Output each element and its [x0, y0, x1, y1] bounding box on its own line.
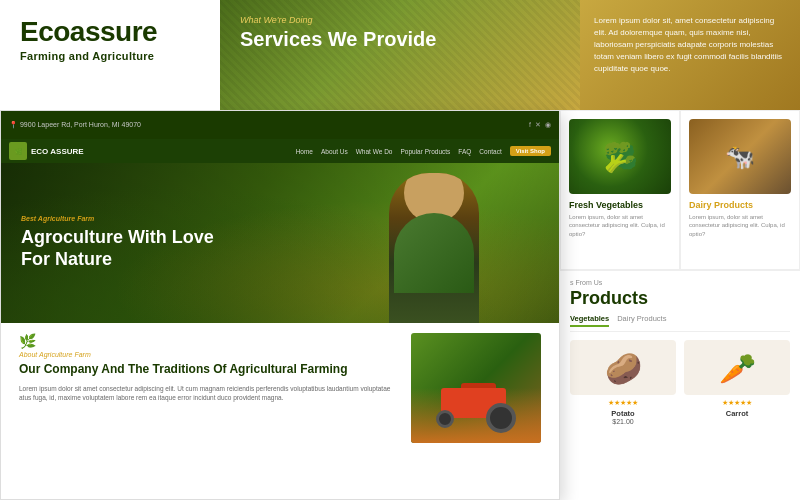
mockup-navbar: 📍 9900 Lapeer Rd, Port Huron, MI 49070 f… [1, 111, 559, 139]
products-small-label: s From Us [570, 279, 790, 286]
carrot-image [684, 340, 790, 395]
services-desc-text: Lorem ipsum dolor sit, amet consectetur … [594, 15, 786, 75]
instagram-icon[interactable]: ◉ [545, 121, 551, 129]
mockup-nav-secondary: 🌿 ECO ASSURE Home About Us What We Do Po… [1, 139, 559, 163]
twitter-icon[interactable]: ✕ [535, 121, 541, 129]
about-text: Lorem ipsum dolor sit amet consectetur a… [19, 384, 396, 404]
products-tabs: Vegetables Dairy Products [570, 314, 790, 332]
about-title: Our Company And The Traditions Of Agricu… [19, 362, 396, 378]
potato-price: $21.00 [570, 418, 676, 425]
mockup-logo-icon: 🌿 [9, 142, 27, 160]
facebook-icon[interactable]: f [529, 121, 531, 129]
mockup-logo-text: ECO ASSURE [31, 147, 84, 156]
about-tractor-image [411, 333, 541, 443]
hero-title: Agroculture With Love For Nature [21, 227, 241, 270]
tractor-illustration [431, 383, 521, 433]
nav-home[interactable]: Home [296, 148, 313, 155]
vegetables-image [569, 119, 671, 194]
tab-vegetables[interactable]: Vegetables [570, 314, 609, 327]
nav-contact[interactable]: Contact [479, 148, 501, 155]
location-icon: 📍 [9, 121, 18, 128]
brand-area: Ecoassure Farming and Agriculture [0, 0, 220, 110]
hero-farmer-figure [389, 173, 479, 323]
dairy-card: Dairy Products Lorem ipsum, dolor sit am… [680, 110, 800, 270]
nav-faq[interactable]: FAQ [458, 148, 471, 155]
nav-about[interactable]: About Us [321, 148, 348, 155]
vegetables-card: Fresh Vegetables Lorem ipsum, dolor sit … [560, 110, 680, 270]
nav-what[interactable]: What We Do [356, 148, 393, 155]
about-small-label: About Agriculture Farm [19, 351, 396, 358]
visit-shop-button[interactable]: Visit Shop [510, 146, 551, 156]
brand-name: Ecoassure [20, 18, 200, 46]
tab-dairy[interactable]: Dairy Products [617, 314, 666, 327]
mockup-social-icons: f ✕ ◉ [529, 121, 551, 129]
website-mockup: 📍 9900 Lapeer Rd, Port Huron, MI 49070 f… [0, 110, 560, 500]
products-grid: ★★★★★ Potato $21.00 ★★★★★ Carrot [570, 340, 790, 425]
potato-image [570, 340, 676, 395]
mockup-address: 📍 9900 Lapeer Rd, Port Huron, MI 49070 [9, 121, 141, 129]
tractor-wheel-big [486, 403, 516, 433]
about-left: 🌿 About Agriculture Farm Our Company And… [19, 333, 396, 443]
right-panel: Fresh Vegetables Lorem ipsum, dolor sit … [560, 110, 800, 500]
mockup-hero: Best Agriculture Farm Agroculture With L… [1, 163, 559, 323]
tractor-wheel-small [436, 410, 454, 428]
product-carrot: ★★★★★ Carrot [684, 340, 790, 425]
potato-stars: ★★★★★ [570, 399, 676, 407]
nav-products[interactable]: Popular Products [400, 148, 450, 155]
leaf-icon: 🌿 [19, 333, 396, 349]
page-wrapper: Ecoassure Farming and Agriculture What W… [0, 0, 800, 500]
dairy-image [689, 119, 791, 194]
carrot-name: Carrot [684, 409, 790, 418]
potato-name: Potato [570, 409, 676, 418]
product-cards-top: Fresh Vegetables Lorem ipsum, dolor sit … [560, 110, 800, 270]
carrot-stars: ★★★★★ [684, 399, 790, 407]
hero-text: Best Agriculture Farm Agroculture With L… [21, 215, 241, 270]
services-title: Services We Provide [240, 28, 560, 50]
brand-tagline: Farming and Agriculture [20, 50, 200, 62]
mockup-about: 🌿 About Agriculture Farm Our Company And… [1, 323, 559, 453]
product-potato: ★★★★★ Potato $21.00 [570, 340, 676, 425]
dairy-desc: Lorem ipsum, dolor sit amet consectetur … [689, 213, 791, 238]
products-section: s From Us Products Vegetables Dairy Prod… [560, 270, 800, 433]
services-description: Lorem ipsum dolor sit, amet consectetur … [580, 0, 800, 110]
mockup-logo: 🌿 ECO ASSURE [9, 142, 84, 160]
products-title: Products [570, 288, 790, 309]
services-what-label: What We're Doing [240, 15, 560, 25]
vegetables-title: Fresh Vegetables [569, 200, 671, 210]
vegetables-desc: Lorem ipsum, dolor sit amet consectetur … [569, 213, 671, 238]
services-banner: What We're Doing Services We Provide [220, 0, 580, 110]
hero-small-label: Best Agriculture Farm [21, 215, 241, 222]
mockup-menu: Home About Us What We Do Popular Product… [296, 146, 551, 156]
dairy-title: Dairy Products [689, 200, 791, 210]
